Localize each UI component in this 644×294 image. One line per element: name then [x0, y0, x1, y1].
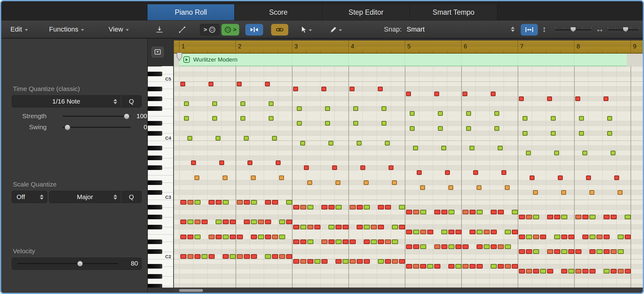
- midi-note[interactable]: [604, 249, 610, 254]
- midi-note[interactable]: [558, 175, 563, 180]
- midi-note[interactable]: [462, 244, 469, 249]
- midi-note[interactable]: [604, 235, 610, 239]
- midi-note[interactable]: [300, 205, 306, 209]
- midi-note[interactable]: [582, 215, 588, 219]
- midi-note[interactable]: [519, 269, 525, 273]
- midi-note[interactable]: [357, 205, 363, 209]
- midi-note[interactable]: [194, 200, 201, 205]
- midi-note[interactable]: [357, 259, 363, 264]
- piano-key-black[interactable]: [148, 215, 162, 219]
- midi-note[interactable]: [505, 230, 511, 234]
- midi-note[interactable]: [568, 235, 574, 239]
- midi-note[interactable]: [477, 230, 483, 234]
- midi-note[interactable]: [406, 244, 412, 249]
- midi-note[interactable]: [244, 200, 250, 205]
- midi-note[interactable]: [526, 215, 532, 219]
- midi-note[interactable]: [448, 264, 454, 269]
- midi-note[interactable]: [251, 200, 257, 205]
- midi-note[interactable]: [187, 235, 194, 239]
- midi-note[interactable]: [265, 254, 271, 259]
- midi-note[interactable]: [448, 185, 453, 190]
- midi-note[interactable]: [547, 249, 553, 254]
- piano-key-black[interactable]: [148, 274, 162, 279]
- midi-note[interactable]: [357, 225, 363, 229]
- midi-note[interactable]: [272, 235, 278, 239]
- midi-note[interactable]: [251, 220, 257, 224]
- midi-note[interactable]: [378, 87, 383, 91]
- midi-note[interactable]: [519, 249, 525, 254]
- midi-note[interactable]: [364, 225, 370, 229]
- midi-note[interactable]: [561, 269, 567, 273]
- midi-note[interactable]: [201, 254, 208, 259]
- midi-note[interactable]: [611, 215, 617, 219]
- midi-note[interactable]: [413, 210, 419, 214]
- midi-note[interactable]: [293, 225, 299, 229]
- midi-note[interactable]: [321, 205, 328, 209]
- vertical-zoom-slider[interactable]: [555, 29, 591, 30]
- midi-note[interactable]: [589, 269, 596, 273]
- midi-note[interactable]: [293, 205, 299, 209]
- midi-note[interactable]: [321, 87, 326, 91]
- midi-note[interactable]: [434, 244, 440, 249]
- midi-note[interactable]: [353, 121, 358, 126]
- midi-note[interactable]: [304, 165, 309, 170]
- midi-note[interactable]: [272, 136, 277, 141]
- midi-note[interactable]: [441, 230, 447, 234]
- midi-note[interactable]: [491, 210, 497, 214]
- midi-note[interactable]: [209, 254, 215, 259]
- midi-note[interactable]: [194, 220, 201, 224]
- midi-note[interactable]: [618, 249, 624, 254]
- midi-note[interactable]: [332, 165, 337, 170]
- midi-note[interactable]: [300, 259, 306, 264]
- midi-note[interactable]: [216, 200, 222, 205]
- midi-note[interactable]: [494, 126, 499, 131]
- midi-note[interactable]: [484, 230, 490, 234]
- midi-note[interactable]: [523, 116, 527, 121]
- piano-key-black[interactable]: [148, 106, 162, 111]
- midi-note[interactable]: [237, 235, 243, 239]
- midi-note[interactable]: [230, 235, 236, 239]
- midi-note[interactable]: [512, 264, 518, 269]
- midi-note[interactable]: [265, 200, 271, 205]
- midi-note[interactable]: [561, 215, 567, 219]
- midi-note[interactable]: [286, 220, 292, 224]
- midi-note[interactable]: [272, 254, 278, 259]
- midi-note[interactable]: [448, 230, 454, 234]
- midi-note[interactable]: [219, 160, 224, 165]
- midi-note[interactable]: [209, 200, 215, 205]
- midi-note[interactable]: [392, 259, 398, 264]
- midi-note[interactable]: [307, 225, 313, 229]
- piano-key-black[interactable]: [148, 225, 162, 229]
- midi-note[interactable]: [223, 254, 229, 259]
- midi-note[interactable]: [371, 239, 377, 244]
- piano-key-black[interactable]: [148, 156, 162, 160]
- midi-note[interactable]: [526, 235, 532, 239]
- midi-note[interactable]: [589, 249, 596, 254]
- midi-note[interactable]: [350, 87, 355, 91]
- midi-note[interactable]: [554, 235, 560, 239]
- midi-note[interactable]: [477, 244, 483, 249]
- midi-note[interactable]: [364, 259, 370, 264]
- midi-note[interactable]: [551, 131, 556, 136]
- midi-note[interactable]: [533, 249, 539, 254]
- region-header[interactable]: Wurlitzer Modern: [179, 54, 627, 66]
- tab-smart-tempo[interactable]: Smart Tempo: [410, 4, 497, 20]
- midi-note[interactable]: [561, 249, 567, 254]
- midi-note[interactable]: [389, 165, 393, 170]
- swing-slider-knob[interactable]: [65, 125, 70, 130]
- view-menu[interactable]: View: [109, 21, 129, 38]
- piano-key-black[interactable]: [148, 284, 162, 288]
- midi-note[interactable]: [314, 225, 320, 229]
- midi-note[interactable]: [491, 264, 497, 269]
- midi-note[interactable]: [625, 269, 631, 273]
- midi-note[interactable]: [554, 215, 560, 219]
- midi-note[interactable]: [596, 235, 603, 239]
- midi-note[interactable]: [470, 146, 474, 150]
- midi-note[interactable]: [579, 131, 584, 136]
- midi-note[interactable]: [286, 200, 292, 205]
- midi-note[interactable]: [378, 225, 384, 229]
- midi-note[interactable]: [494, 111, 499, 116]
- midi-note[interactable]: [540, 269, 546, 273]
- midi-note[interactable]: [498, 264, 504, 269]
- midi-note[interactable]: [399, 225, 405, 229]
